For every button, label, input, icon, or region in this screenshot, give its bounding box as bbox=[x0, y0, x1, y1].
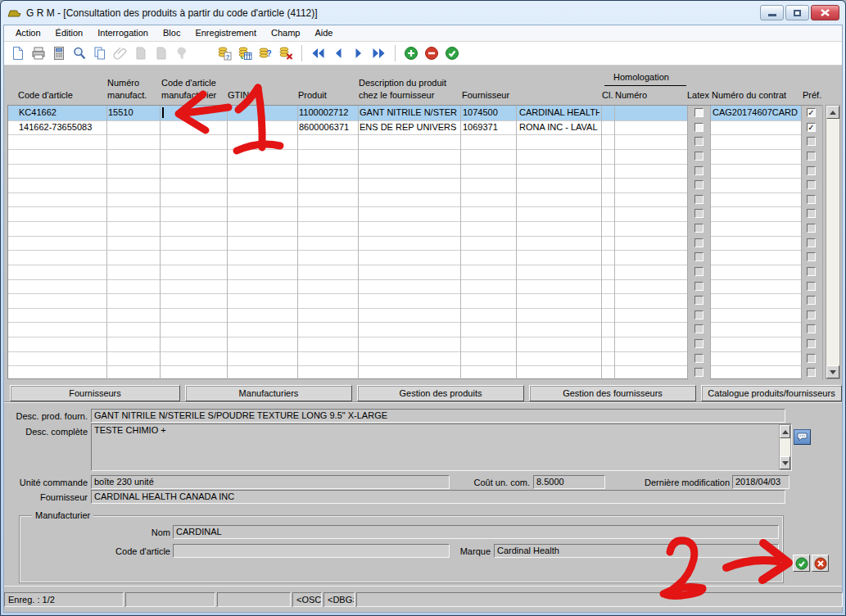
fournisseur-field[interactable]: CARDINAL HEALTH CANADA INC bbox=[91, 490, 785, 504]
latex-checkbox[interactable] bbox=[694, 296, 703, 305]
desc-prod-fourn-field[interactable]: GANT NITRILE N/STERILE S/POUDRE TEXTURE … bbox=[91, 409, 785, 423]
enter-query-button[interactable]: ? bbox=[215, 44, 233, 62]
latex-checkbox[interactable] bbox=[694, 108, 703, 117]
pref-checkbox[interactable]: ✓ bbox=[807, 123, 816, 132]
menu-item-enregistrement[interactable]: Enregistrement bbox=[188, 25, 264, 41]
minimize-button[interactable] bbox=[760, 5, 784, 20]
menu-item-aide[interactable]: Aide bbox=[307, 25, 340, 41]
nav-button-gestion-des-fournisseurs[interactable]: Gestion des fournisseurs bbox=[529, 385, 696, 401]
last-record-button[interactable] bbox=[370, 44, 388, 62]
latex-checkbox[interactable] bbox=[694, 224, 703, 233]
latex-checkbox[interactable] bbox=[694, 137, 703, 146]
commit-button[interactable] bbox=[443, 44, 461, 62]
latex-checkbox[interactable] bbox=[694, 166, 703, 175]
pref-checkbox[interactable] bbox=[807, 324, 816, 333]
latex-checkbox[interactable] bbox=[694, 123, 703, 132]
cout-un-com-field[interactable]: 8.5000 bbox=[533, 475, 605, 489]
nav-button-catalogue-produits-fournisseurs[interactable]: Catalogue produits/fournisseurs bbox=[701, 385, 842, 401]
latex-checkbox[interactable] bbox=[694, 252, 703, 261]
desc-complete-label: Desc. complète bbox=[4, 427, 88, 437]
calculator-button[interactable] bbox=[50, 44, 68, 62]
cancel-query-button[interactable] bbox=[277, 44, 295, 62]
close-button[interactable] bbox=[811, 5, 839, 20]
print-button[interactable] bbox=[29, 44, 48, 62]
pref-checkbox[interactable] bbox=[807, 152, 816, 161]
latex-checkbox[interactable] bbox=[694, 339, 703, 348]
page-up-button[interactable] bbox=[132, 44, 150, 62]
next-record-button[interactable] bbox=[350, 44, 368, 62]
last-record-icon bbox=[372, 46, 387, 61]
desc-complete-scrollbar[interactable] bbox=[779, 424, 791, 470]
pref-checkbox[interactable] bbox=[807, 137, 816, 146]
group-header-homologation: Homologation bbox=[613, 72, 669, 82]
scroll-down-button[interactable] bbox=[826, 365, 839, 378]
latex-checkbox[interactable] bbox=[694, 282, 703, 291]
pref-checkbox[interactable]: ✓ bbox=[807, 108, 816, 117]
desc-complete-textarea[interactable]: TESTE CHIMIO + bbox=[91, 424, 792, 471]
latex-checkbox[interactable] bbox=[694, 238, 703, 247]
manuf-code-article-field[interactable] bbox=[173, 544, 450, 558]
pref-checkbox[interactable] bbox=[807, 339, 816, 348]
key-button[interactable] bbox=[173, 44, 191, 62]
pref-checkbox[interactable] bbox=[807, 368, 816, 377]
results-grid: KC41662155101100002712GANT NITRILE N/STE… bbox=[7, 105, 822, 379]
nom-field[interactable]: CARDINAL bbox=[173, 525, 779, 539]
accept-button[interactable] bbox=[793, 555, 810, 572]
latex-checkbox[interactable] bbox=[694, 354, 703, 363]
latex-checkbox[interactable] bbox=[694, 152, 703, 161]
latex-checkbox[interactable] bbox=[694, 209, 703, 218]
pref-checkbox[interactable] bbox=[807, 224, 816, 233]
menu-item-bloc[interactable]: Bloc bbox=[156, 25, 188, 41]
menu-item-champ[interactable]: Champ bbox=[264, 25, 307, 41]
pref-checkbox[interactable] bbox=[807, 282, 816, 291]
nav-button-fournisseurs[interactable]: Fournisseurs bbox=[10, 385, 180, 401]
comment-button[interactable] bbox=[794, 429, 811, 445]
cancel-button[interactable] bbox=[812, 555, 829, 572]
attach-button[interactable] bbox=[111, 44, 129, 62]
latex-checkbox[interactable] bbox=[694, 310, 703, 319]
pref-checkbox[interactable] bbox=[807, 267, 816, 276]
page-down-icon bbox=[154, 46, 169, 61]
derniere-modification-label: Dernière modification bbox=[623, 478, 730, 487]
previous-record-button[interactable] bbox=[329, 44, 347, 62]
nav-button-gestion-des-produits[interactable]: Gestion des produits bbox=[357, 385, 524, 401]
menu-item-dition[interactable]: Édition bbox=[48, 25, 91, 41]
pref-checkbox[interactable] bbox=[807, 310, 816, 319]
pref-checkbox[interactable] bbox=[807, 209, 816, 218]
count-query-button[interactable]: ? bbox=[256, 44, 274, 62]
nav-button-manufacturiers[interactable]: Manufacturiers bbox=[185, 385, 352, 401]
latex-checkbox[interactable] bbox=[694, 180, 703, 189]
pref-checkbox[interactable] bbox=[807, 252, 816, 261]
restore-button[interactable] bbox=[785, 5, 809, 20]
scroll-down-button[interactable] bbox=[780, 456, 790, 469]
scroll-up-button[interactable] bbox=[826, 106, 839, 119]
insert-record-button[interactable] bbox=[402, 44, 420, 62]
search-button[interactable] bbox=[70, 44, 88, 62]
pref-checkbox[interactable] bbox=[807, 195, 816, 204]
pref-checkbox[interactable] bbox=[807, 166, 816, 175]
scroll-up-button[interactable] bbox=[780, 425, 790, 438]
page-down-button[interactable] bbox=[152, 44, 170, 62]
calculator-icon bbox=[52, 46, 66, 61]
page-up-icon bbox=[133, 46, 148, 61]
latex-checkbox[interactable] bbox=[694, 267, 703, 276]
toolbar: ? ? bbox=[4, 42, 842, 66]
derniere-modification-field[interactable]: 2018/04/03 bbox=[732, 475, 789, 489]
latex-checkbox[interactable] bbox=[694, 324, 703, 333]
menu-item-interrogation[interactable]: Interrogation bbox=[90, 25, 156, 41]
pref-checkbox[interactable] bbox=[807, 296, 816, 305]
delete-record-button[interactable] bbox=[423, 44, 441, 62]
latex-checkbox[interactable] bbox=[694, 195, 703, 204]
latex-checkbox[interactable] bbox=[694, 368, 703, 377]
pref-checkbox[interactable] bbox=[807, 180, 816, 189]
pref-checkbox[interactable] bbox=[807, 354, 816, 363]
copy-button[interactable] bbox=[91, 44, 109, 62]
table-scrollbar[interactable] bbox=[826, 105, 840, 379]
pref-checkbox[interactable] bbox=[807, 238, 816, 247]
menu-item-action[interactable]: Action bbox=[8, 25, 48, 41]
unite-commande-field[interactable]: boîte 230 unité bbox=[91, 475, 450, 489]
first-record-button[interactable] bbox=[309, 44, 327, 62]
marque-field[interactable]: Cardinal Health bbox=[494, 544, 779, 558]
execute-query-button[interactable] bbox=[236, 44, 254, 62]
new-document-button[interactable] bbox=[9, 44, 27, 62]
